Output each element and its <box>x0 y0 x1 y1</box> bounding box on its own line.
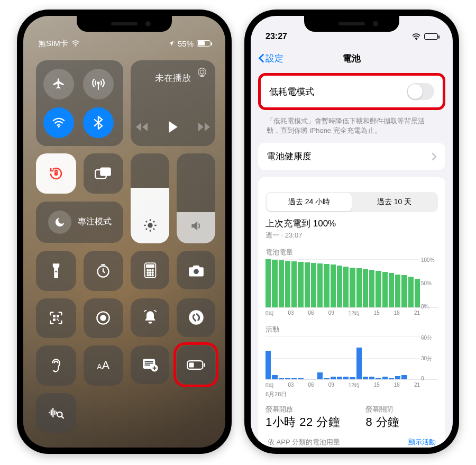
location-icon <box>168 40 175 47</box>
back-label: 設定 <box>266 52 283 65</box>
show-activity-link[interactable]: 顯示活動 <box>408 437 436 447</box>
svg-point-30 <box>189 310 204 325</box>
per-app-label: 依 APP 分類的電池用量 <box>268 437 340 447</box>
wifi-icon <box>411 33 421 40</box>
svg-rect-7 <box>100 167 112 176</box>
wifi-button[interactable] <box>43 107 74 138</box>
control-center-screen: 無SIM卡 55% <box>23 16 225 448</box>
svg-point-17 <box>149 272 151 273</box>
camera-icon <box>188 264 204 277</box>
quick-note-button[interactable] <box>131 345 169 384</box>
seg-24h[interactable]: 過去 24 小時 <box>267 193 352 211</box>
svg-rect-25 <box>53 318 56 321</box>
time-range-segmented[interactable]: 過去 24 小時 過去 10 天 <box>266 192 438 212</box>
waveform-search-icon <box>48 406 64 420</box>
screen-off-label: 螢幕關閉 <box>365 405 399 414</box>
flashlight-icon <box>51 263 61 279</box>
bluetooth-button[interactable] <box>83 107 114 138</box>
connectivity-tile[interactable] <box>36 60 123 146</box>
rotation-lock-button[interactable] <box>36 153 76 194</box>
volume-slider[interactable] <box>177 153 215 243</box>
screen-off-value: 8 分鐘 <box>365 414 399 430</box>
camera-button[interactable] <box>177 251 215 289</box>
wifi-icon <box>52 117 66 128</box>
text-size-button[interactable]: AA <box>84 345 124 386</box>
level-chart-label: 電池電量 <box>266 248 438 257</box>
usage-row: 螢幕開啟 1小時 22 分鐘 螢幕關閉 8 分鐘 <box>266 405 438 430</box>
volume-icon <box>189 219 203 233</box>
ear-icon <box>50 358 62 373</box>
page-title: 電池 <box>343 52 361 65</box>
airplay-icon[interactable] <box>196 67 208 78</box>
settings-screen: 23:27 設定 電池 低耗電模式 「低耗電模式」會暫時降低下載和郵件擷取等背景… <box>251 16 453 448</box>
seg-10d[interactable]: 過去 10 天 <box>352 193 437 211</box>
low-power-cell[interactable]: 低耗電模式 <box>258 73 445 110</box>
content: 低耗電模式 「低耗電模式」會暫時降低下載和郵件擷取等背景活動，直到你將 iPho… <box>251 70 453 448</box>
low-power-mode-button[interactable] <box>177 345 215 384</box>
activity-chart: 60分 30分 0 <box>266 336 438 380</box>
last-charge-sub: 週一 · 23:07 <box>266 231 438 240</box>
silent-mode-button[interactable] <box>131 298 169 337</box>
last-charge-title: 上次充電到 100% <box>266 217 438 230</box>
shazam-button[interactable] <box>177 298 215 337</box>
media-tile[interactable]: 未在播放 <box>131 60 215 146</box>
svg-rect-26 <box>57 318 58 320</box>
chevron-right-icon <box>432 152 437 161</box>
svg-point-2 <box>58 125 59 127</box>
airplane-mode-button[interactable] <box>43 69 74 99</box>
battery-icon <box>424 33 438 40</box>
flashlight-button[interactable] <box>36 251 76 291</box>
screen-mirroring-button[interactable] <box>84 153 124 194</box>
level-chart: 100% 50% 0% <box>266 259 438 308</box>
battery-icon <box>197 40 210 47</box>
activity-chart-label: 活動 <box>266 325 438 334</box>
bell-icon <box>143 310 157 325</box>
svg-point-0 <box>75 45 76 47</box>
rotation-lock-icon <box>48 166 64 181</box>
svg-rect-24 <box>57 315 59 317</box>
svg-point-19 <box>147 274 149 276</box>
forward-icon[interactable] <box>197 122 210 132</box>
status-time: 23:27 <box>266 32 287 41</box>
phone-left: 無SIM卡 55% <box>17 10 232 454</box>
sound-recognition-button[interactable] <box>36 393 76 433</box>
svg-rect-35 <box>189 362 194 367</box>
qr-scanner-button[interactable] <box>36 298 76 339</box>
focus-label: 專注模式 <box>78 216 112 227</box>
svg-point-20 <box>149 274 151 276</box>
svg-point-1 <box>97 82 99 84</box>
back-button[interactable]: 設定 <box>258 52 283 65</box>
svg-point-16 <box>147 272 149 273</box>
activity-xlabels: 0時03 0609 12時15 1821 <box>266 382 438 389</box>
brightness-slider[interactable] <box>131 153 169 243</box>
cellular-data-button[interactable] <box>83 69 114 99</box>
calculator-button[interactable] <box>131 251 169 289</box>
svg-rect-23 <box>53 315 56 317</box>
battery-health-cell[interactable]: 電池健康度 <box>258 143 445 170</box>
svg-rect-27 <box>58 320 59 321</box>
moon-icon <box>54 216 66 228</box>
rewind-icon[interactable] <box>136 122 149 132</box>
play-icon[interactable] <box>168 121 178 133</box>
svg-rect-5 <box>54 172 58 175</box>
low-power-note: 「低耗電模式」會暫時降低下載和郵件擷取等背景活動，直到你將 iPhone 完全充… <box>258 113 445 143</box>
shazam-icon <box>188 309 204 325</box>
battery-health-label: 電池健康度 <box>267 150 312 162</box>
svg-point-13 <box>147 269 149 271</box>
svg-rect-34 <box>204 363 205 367</box>
low-power-toggle[interactable] <box>407 83 434 100</box>
level-xlabels: 0時03 0609 12時15 1821 <box>266 310 438 317</box>
svg-point-22 <box>194 269 199 274</box>
chart-date: 6月28日 <box>266 390 438 398</box>
control-center-grid: 未在播放 <box>23 55 225 427</box>
focus-mode-button[interactable]: 專注模式 <box>36 202 123 243</box>
screen-record-button[interactable] <box>84 298 124 339</box>
svg-point-18 <box>152 272 153 273</box>
hearing-button[interactable] <box>36 345 76 386</box>
phone-right: 23:27 設定 電池 低耗電模式 「低耗電模式」會暫時降低下載和郵件擷取等背景… <box>244 10 459 454</box>
svg-point-37 <box>416 39 417 40</box>
calculator-icon <box>144 262 157 278</box>
screen-mirroring-icon <box>95 167 112 180</box>
battery-icon <box>187 360 206 370</box>
timer-button[interactable] <box>84 251 124 291</box>
